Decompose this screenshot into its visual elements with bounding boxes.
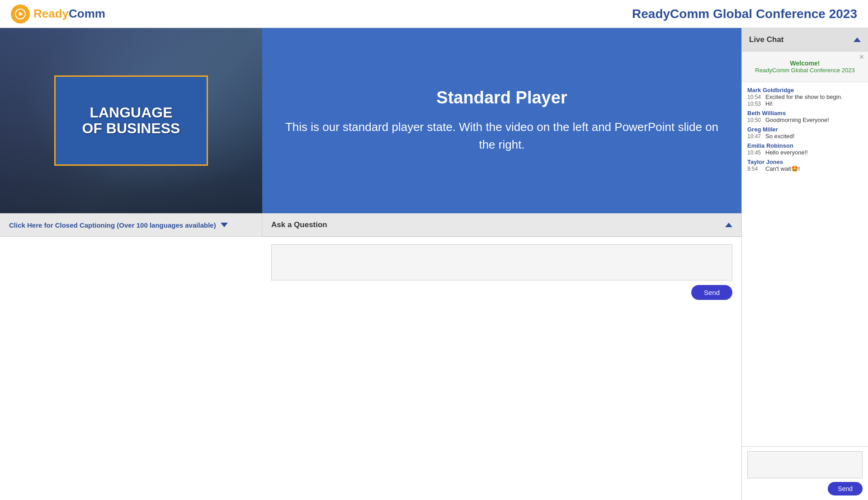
qa-label[interactable]: Ask a Question [271,220,327,229]
left-bottom-empty [0,237,262,500]
ask-area: Send [262,237,741,500]
chat-send-row: Send [747,482,863,495]
chat-send-button[interactable]: Send [828,482,863,495]
qa-section[interactable]: Ask a Question [262,214,741,236]
chat-time: 10:54 [747,94,763,100]
chat-message-taylor-jones: Taylor Jones 9:54 Can't wait🤩! [747,159,863,172]
qa-chevron-up-icon[interactable] [725,223,732,227]
chat-author-emilia: Emilia Robinson [747,142,863,149]
chat-header-label: Live Chat [749,35,784,44]
logo-ready: Ready [33,7,69,20]
chat-welcome: Welcome! ReadyComm Global Conference 202… [742,51,868,82]
chat-input-area: Send [742,446,868,500]
chat-message-beth-williams: Beth Williams 10:50 Goodmorning Everyone… [747,110,863,123]
chat-welcome-close-icon[interactable]: ✕ [859,53,864,61]
chat-entry-4: 10:47 So excited! [747,133,863,140]
main-area: LANGUAGE OF BUSINESS Standard Player Thi… [0,28,868,500]
ask-send-button[interactable]: Send [691,285,732,300]
chat-welcome-line2: ReadyComm Global Conference 2023 [747,67,863,74]
chat-messages: Mark Goldbridge 10:54 Excited for the sh… [742,82,868,446]
chat-text: Excited for the show to begin. [765,93,843,100]
content-area: LANGUAGE OF BUSINESS Standard Player Thi… [0,28,741,500]
logo-icon [11,5,30,23]
chat-time: 10:50 [747,117,763,123]
video-slide-text: LANGUAGE OF BUSINESS [82,105,180,136]
svg-marker-1 [19,12,23,16]
bottom-row: Send [0,237,741,500]
cc-chevron-down-icon[interactable] [221,223,228,227]
chat-entry-5: 10:45 Hello everyone!! [747,149,863,156]
cc-label[interactable]: Click Here for Closed Captioning (Over 1… [9,221,216,229]
chat-header: Live Chat [742,28,868,51]
chat-author-mark: Mark Goldbridge [747,87,863,93]
page-title: ReadyComm Global Conference 2023 [632,7,857,21]
chat-text: Can't wait🤩! [765,165,800,172]
chat-collapse-icon[interactable] [854,37,861,42]
chat-time: 10:53 [747,101,763,107]
cc-section[interactable]: Click Here for Closed Captioning (Over 1… [0,214,262,236]
ask-send-row: Send [271,285,732,300]
slide-panel: Standard Player This is our standard pla… [262,28,741,213]
chat-text: Hi! [765,100,773,107]
header: ReadyComm ReadyComm Global Conference 20… [0,0,868,28]
chat-time: 10:45 [747,150,763,156]
chat-text: Goodmorning Everyone! [765,117,829,123]
video-panel: LANGUAGE OF BUSINESS [0,28,262,213]
chat-message-greg-miller: Greg Miller 10:47 So excited! [747,126,863,140]
logo-comm: Comm [69,7,105,20]
chat-author-taylor: Taylor Jones [747,159,863,165]
player-row: LANGUAGE OF BUSINESS Standard Player Thi… [0,28,741,213]
chat-input[interactable] [747,451,863,478]
chat-panel: Live Chat Welcome! ReadyComm Global Conf… [741,28,868,500]
chat-message-emilia-robinson: Emilia Robinson 10:45 Hello everyone!! [747,142,863,156]
logo: ReadyComm [11,5,105,23]
chat-entry-6: 9:54 Can't wait🤩! [747,165,863,172]
video-slide-box: LANGUAGE OF BUSINESS [54,75,208,166]
chat-author-greg: Greg Miller [747,126,863,133]
chat-text: So excited! [765,133,794,140]
chat-entry-2: 10:53 Hi! [747,100,863,107]
chat-text: Hello everyone!! [765,149,808,156]
chat-welcome-line1: Welcome! [747,60,863,67]
slide-panel-title: Standard Player [436,88,567,107]
logo-text: ReadyComm [33,7,105,21]
ask-question-input[interactable] [271,244,732,280]
controls-bar: Click Here for Closed Captioning (Over 1… [0,213,741,237]
slide-panel-description: This is our standard player state. With … [280,118,723,154]
chat-entry-1: 10:54 Excited for the show to begin. [747,93,863,100]
chat-entry-3: 10:50 Goodmorning Everyone! [747,117,863,123]
chat-time: 10:47 [747,133,763,140]
chat-time: 9:54 [747,166,763,172]
chat-author-beth: Beth Williams [747,110,863,117]
chat-message-mark-goldbridge: Mark Goldbridge 10:54 Excited for the sh… [747,87,863,107]
